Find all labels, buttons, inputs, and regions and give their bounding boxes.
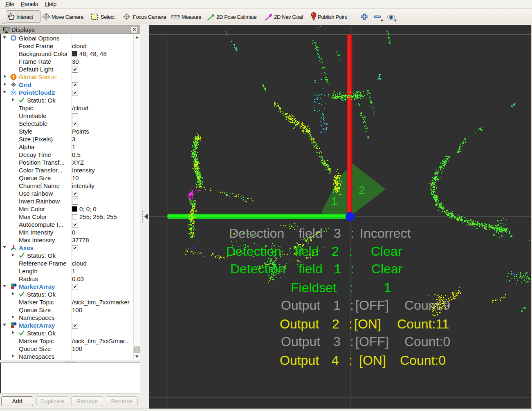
- svg-text:2: 2: [359, 184, 365, 197]
- svg-text:1: 1: [331, 195, 338, 208]
